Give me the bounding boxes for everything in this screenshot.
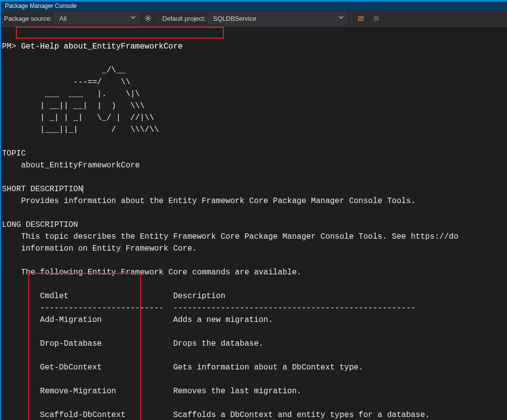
long-description-line: The following Entity Framework Core comm… — [2, 268, 302, 277]
package-source-value: All — [59, 15, 66, 22]
default-project-dropdown[interactable]: SQLDBService — [208, 12, 347, 24]
highlight-box-command — [16, 27, 224, 39]
long-description-line: This topic describes the Entity Framewor… — [2, 232, 458, 241]
chevron-down-icon — [131, 15, 136, 20]
long-description-line: information on Entity Framework Core. — [2, 244, 197, 253]
clear-icon — [357, 14, 365, 22]
package-manager-console-window: Package Manager Console Package source: … — [0, 0, 507, 420]
default-project-label: Default project: — [162, 15, 205, 22]
stop-button[interactable] — [370, 12, 382, 24]
table-row: Scaffold-DbContext Scaffolds a DbContext… — [2, 411, 430, 420]
package-source-label: Package source: — [4, 15, 52, 22]
svg-line-7 — [146, 20, 146, 20]
prompt: PM> — [2, 42, 16, 51]
svg-line-8 — [150, 16, 150, 16]
topic-header: TOPIC — [2, 149, 26, 158]
short-description-header: SHORT DESCRIPTION — [2, 185, 83, 194]
topic-value: about_EntityFrameworkCore — [2, 161, 140, 170]
table-header: Cmdlet Description — [2, 292, 225, 301]
short-description-value: Provides information about the Entity Fr… — [2, 197, 415, 206]
svg-line-6 — [150, 20, 150, 20]
console-output[interactable]: PM> Get-Help about_EntityFrameworkCore _… — [1, 27, 507, 420]
table-row: Drop-Database Drops the database. — [2, 339, 263, 348]
svg-line-5 — [146, 16, 146, 16]
table-row: Add-Migration Adds a new migration. — [2, 315, 273, 324]
titlebar: Package Manager Console — [1, 1, 507, 10]
toolbar-separator — [351, 13, 352, 23]
window-title: Package Manager Console — [5, 2, 77, 9]
svg-point-0 — [147, 17, 149, 19]
clear-console-button[interactable] — [355, 12, 367, 24]
text-cursor — [83, 185, 83, 194]
gear-icon — [144, 14, 152, 22]
stop-icon — [373, 15, 380, 22]
ascii-art: _/\__ ---==/ \\ ___ ___ |. \|\ | __|| __… — [2, 66, 159, 134]
table-row: Remove-Migration Removes the last migrat… — [2, 387, 302, 396]
table-divider: -------------------------- -------------… — [2, 304, 415, 313]
svg-rect-12 — [374, 16, 379, 21]
long-description-header: LONG DESCRIPTION — [2, 220, 78, 229]
command-text: Get-Help about_EntityFrameworkCore — [16, 42, 183, 51]
toolbar-separator — [158, 13, 158, 23]
table-row: Get-DbContext Gets information about a D… — [2, 363, 363, 372]
toolbar: Package source: All Default project: SQL… — [1, 10, 507, 27]
settings-button[interactable] — [142, 12, 154, 24]
default-project-value: SQLDBService — [213, 15, 256, 22]
chevron-down-icon — [339, 15, 344, 20]
package-source-dropdown[interactable]: All — [55, 12, 139, 24]
